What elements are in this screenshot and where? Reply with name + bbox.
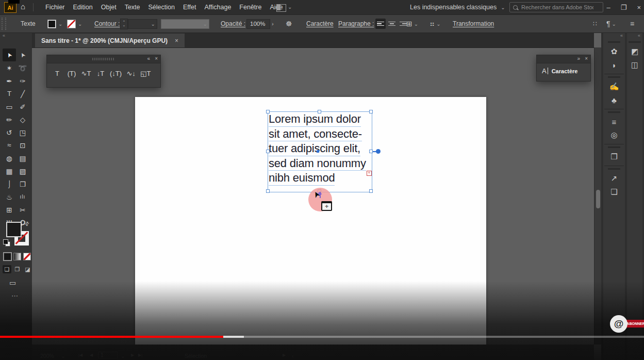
workspace-switcher[interactable]: Les indispensables classiques ⌄: [410, 0, 505, 14]
illustrator-app-icon[interactable]: Ai: [4, 2, 16, 13]
curvature-tool[interactable]: ✑: [16, 74, 29, 87]
close-panel-icon[interactable]: ×: [155, 56, 158, 61]
envelope-distort-icon[interactable]: ⊞: [406, 20, 412, 28]
type-tool-icon[interactable]: T: [52, 70, 62, 77]
slice-tool[interactable]: ✂: [16, 203, 29, 216]
home-icon[interactable]: ⌂: [21, 2, 25, 11]
fill-swatch[interactable]: [6, 222, 22, 237]
eyedropper-tool[interactable]: ⌡: [3, 177, 16, 190]
draw-inside-button[interactable]: ◪: [23, 265, 32, 273]
chevron-down-icon[interactable]: ⌄: [58, 21, 62, 27]
expand-panel-icon[interactable]: »: [577, 56, 581, 61]
color-panel-icon[interactable]: ✿: [603, 45, 625, 58]
align-center-button[interactable]: [387, 19, 397, 29]
opacity-value[interactable]: 100%: [246, 19, 270, 29]
fill-color-swatch[interactable]: [47, 20, 56, 28]
document-tab[interactable]: Sans titre - 1* @ 200% (CMJN/Aperçu GPU)…: [35, 34, 185, 47]
handle-middle-left[interactable]: [266, 150, 270, 153]
transparency-panel-icon[interactable]: ◎: [603, 128, 625, 142]
stroke-weight-stepper[interactable]: ⌃ ⌄: [120, 19, 128, 29]
handle-top-left[interactable]: [266, 110, 270, 113]
draw-normal-button[interactable]: ❏: [3, 265, 11, 273]
perspective-grid-tool[interactable]: ▤: [16, 152, 29, 165]
chevron-down-icon[interactable]: ⌄: [436, 21, 440, 27]
pen-tool[interactable]: ✒: [3, 74, 16, 87]
export-panel-icon[interactable]: ↗: [603, 172, 625, 185]
color-button[interactable]: [4, 253, 11, 260]
drag-grip-icon[interactable]: [92, 58, 115, 60]
eraser-tool[interactable]: ◇: [16, 113, 29, 126]
handle-middle-right[interactable]: [369, 150, 373, 153]
free-transform-tool[interactable]: ⊡: [16, 139, 29, 152]
draw-behind-button[interactable]: ❐: [13, 265, 22, 273]
vertical-type-tool-icon[interactable]: ↓T: [95, 70, 106, 77]
chevron-down-icon[interactable]: ⌄: [612, 21, 616, 27]
type-tool[interactable]: T: [3, 87, 16, 100]
contour-link[interactable]: Contour :: [94, 20, 120, 27]
libraries-panel-icon[interactable]: ◫: [627, 58, 642, 72]
overset-text-indicator[interactable]: +: [367, 171, 372, 176]
scrollbar-thumb[interactable]: [596, 190, 600, 208]
variable-width-dropdown[interactable]: ⌄: [161, 19, 209, 29]
type-on-path-tool-icon[interactable]: ∿T: [81, 70, 91, 77]
gradient-tool[interactable]: ▨: [16, 165, 29, 177]
chevron-down-icon[interactable]: ⌄: [78, 21, 82, 27]
menu-selection[interactable]: Sélection: [148, 4, 175, 11]
direct-selection-tool[interactable]: ➤: [16, 48, 29, 61]
caractere-link[interactable]: Caractère: [306, 20, 334, 27]
blend-tool[interactable]: ❒: [16, 177, 29, 190]
puppet-warp-icon[interactable]: ⠶: [430, 20, 435, 28]
drag-grip-icon[interactable]: [2, 18, 6, 30]
collapse-dock-icon[interactable]: «: [603, 32, 625, 39]
default-fill-stroke-icon[interactable]: [3, 239, 9, 246]
chevron-down-icon[interactable]: ⌄: [288, 4, 292, 10]
minimize-button[interactable]: –: [607, 4, 610, 11]
menu-texte[interactable]: Texte: [125, 4, 140, 11]
restore-button[interactable]: ❐: [621, 4, 627, 11]
artboards-panel-icon[interactable]: ❏: [603, 185, 625, 199]
selection-tool[interactable]: ➤: [3, 48, 16, 61]
adobe-stock-search[interactable]: [509, 2, 603, 12]
menu-objet[interactable]: Objet: [101, 4, 117, 11]
transformation-link[interactable]: Transformation: [453, 20, 494, 27]
lasso-tool[interactable]: ➰: [16, 61, 29, 74]
graphic-styles-panel-icon[interactable]: ❐: [603, 150, 625, 163]
align-panel-icon[interactable]: ∷: [593, 20, 597, 27]
search-input[interactable]: [520, 4, 595, 11]
menu-affichage[interactable]: Affichage: [204, 4, 231, 11]
collapse-dock-icon[interactable]: «: [627, 32, 642, 39]
mesh-tool[interactable]: ▦: [3, 165, 16, 177]
menu-effet[interactable]: Effet: [183, 4, 196, 11]
character-panel-tab[interactable]: Caractère: [552, 68, 578, 74]
opacity-link[interactable]: Opacité :: [221, 20, 245, 27]
rotate-tool[interactable]: ↺: [3, 126, 16, 139]
stroke-panel-icon[interactable]: ≡: [603, 115, 625, 128]
align-left-button[interactable]: [375, 19, 386, 29]
handle-bottom-left[interactable]: [266, 189, 270, 193]
stroke-color-swatch[interactable]: [67, 20, 76, 28]
close-panel-icon[interactable]: ×: [585, 56, 588, 61]
area-type-tool-icon[interactable]: (T): [67, 70, 77, 77]
menu-fichier[interactable]: Fichier: [45, 4, 65, 11]
collapse-panel-icon[interactable]: «: [147, 56, 151, 61]
handle-bottom-right[interactable]: [369, 189, 373, 193]
properties-panel-icon[interactable]: ◩: [627, 45, 642, 58]
handle-top-center[interactable]: [318, 110, 321, 113]
paintbrush-tool[interactable]: ✐: [16, 100, 29, 113]
close-tab-icon[interactable]: ×: [175, 37, 178, 44]
shape-builder-tool[interactable]: ◍: [3, 152, 16, 165]
collapse-panel-icon[interactable]: «: [3, 33, 5, 38]
vertical-type-on-path-tool-icon[interactable]: ∿↓: [126, 70, 136, 77]
rectangle-tool[interactable]: ▭: [3, 100, 16, 113]
artboard-tool[interactable]: ⊞: [3, 203, 16, 216]
chevron-down-icon[interactable]: ⌄: [414, 21, 418, 27]
channel-watermark[interactable]: @: [610, 315, 628, 333]
panel-title-bar[interactable]: » ×: [537, 55, 590, 63]
gradient-panel-icon[interactable]: ◗: [603, 58, 625, 72]
symbol-sprayer-tool[interactable]: ♨: [3, 190, 16, 203]
vertical-area-type-tool-icon[interactable]: (↓T): [110, 70, 122, 77]
line-segment-tool[interactable]: ╱: [16, 87, 29, 100]
opacity-stepper-button[interactable]: ›: [272, 21, 274, 27]
menu-list-icon[interactable]: ≡: [630, 20, 634, 28]
brushes-panel-icon[interactable]: ✍: [603, 80, 625, 93]
